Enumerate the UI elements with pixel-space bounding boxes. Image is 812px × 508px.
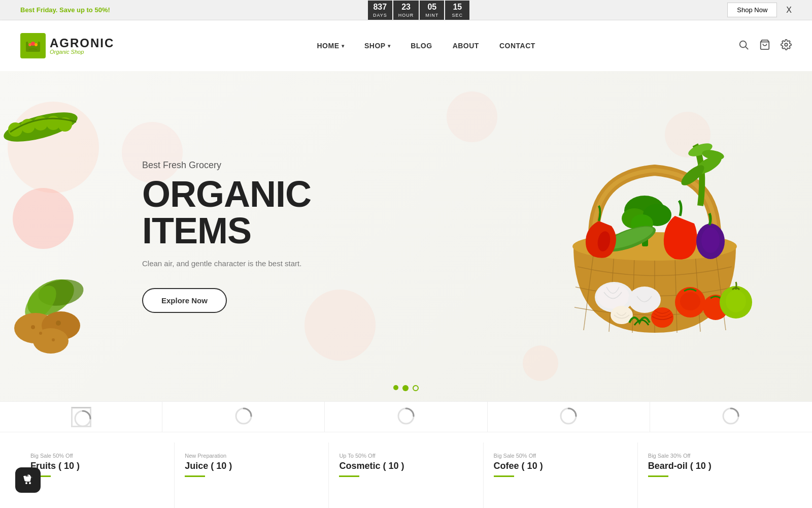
cat-name-juice: Juice ( 10 ) [185, 461, 318, 471]
logo-text: AGRONIC Organic Shop [50, 37, 114, 55]
hero-subtitle: Best Fresh Grocery [142, 160, 355, 171]
cat-name-coffee: Cofee ( 10 ) [494, 461, 627, 471]
timer-secs: 15 SEC [445, 1, 469, 20]
spinner-4 [558, 406, 579, 428]
svg-point-12 [33, 116, 48, 131]
svg-point-4 [35, 43, 38, 46]
hero-peas-image [0, 102, 81, 154]
slide-indicators [393, 385, 419, 391]
timer-mins: 05 MINT [420, 1, 444, 20]
cat-name-cosmetic: Cosmetic ( 10 ) [339, 461, 472, 471]
timer-days: 837 DAYS [368, 1, 392, 20]
cat-sale-label-beard-oil: Big Sale 30% Off [648, 453, 782, 459]
cat-sale-label-cosmetic: Up To 50% Off [339, 453, 472, 459]
hero-section: Best Fresh Grocery ORGANIC ITEMS Clean a… [0, 71, 812, 401]
shop-now-button[interactable]: Shop Now [727, 3, 777, 17]
slide-dot-1[interactable] [393, 385, 398, 390]
chevron-down-icon: ▾ [388, 43, 391, 49]
hero-title: ORGANIC ITEMS [142, 176, 355, 249]
explore-now-button[interactable]: Explore Now [142, 288, 227, 313]
header-actions [738, 39, 792, 53]
timer-hours: 23 HOUR [393, 1, 419, 20]
category-card-juice[interactable]: New Preparation Juice ( 10 ) [175, 442, 329, 508]
svg-point-8 [785, 43, 788, 46]
hero-content: Best Fresh Grocery ORGANIC ITEMS Clean a… [0, 160, 355, 313]
main-nav: HOME ▾ SHOP ▾ BLOG ABOUT CONTACT [317, 42, 535, 50]
settings-icon[interactable] [781, 39, 792, 53]
svg-point-21 [33, 328, 69, 354]
svg-point-56 [726, 290, 746, 312]
site-header: AGRONIC Organic Shop HOME ▾ SHOP ▾ BLOG … [0, 20, 812, 71]
svg-point-22 [31, 325, 35, 329]
svg-point-11 [21, 119, 35, 133]
search-icon[interactable] [738, 39, 749, 53]
shopify-button[interactable] [15, 467, 41, 493]
category-section: Big Sale 50% Off Fruits ( 10 ) New Prepa… [0, 432, 812, 508]
banner-static: Best Friday. [20, 6, 57, 14]
nav-contact[interactable]: CONTACT [499, 42, 535, 50]
cat-img-beard-oil [638, 503, 792, 508]
cart-icon[interactable] [759, 39, 770, 53]
svg-point-59 [29, 482, 31, 484]
svg-point-53 [680, 292, 700, 310]
cat-underline-coffee [494, 475, 514, 477]
cat-img-juice [175, 503, 328, 508]
banner-message: Best Friday. Save up to 50%! [20, 6, 110, 14]
category-card-coffee[interactable]: Big Sale 50% Off Cofee ( 10 ) [484, 442, 638, 508]
banner-highlight: Save up to 50%! [59, 6, 110, 14]
svg-point-25 [52, 338, 55, 341]
svg-point-50 [628, 287, 661, 313]
svg-point-10 [8, 122, 22, 137]
cat-sale-label-fruits: Big Sale 50% Off [30, 453, 164, 459]
svg-point-5 [740, 41, 747, 47]
cat-img-fruits [20, 503, 174, 508]
svg-point-14 [58, 117, 72, 132]
hero-basket-image [528, 97, 782, 376]
svg-point-58 [25, 482, 27, 484]
countdown-timer: 837 DAYS 23 HOUR 05 MINT 15 SEC [368, 1, 470, 20]
svg-point-47 [701, 228, 720, 253]
category-card-cosmetic[interactable]: Up To 50% Off Cosmetic ( 10 ) [329, 442, 483, 508]
nav-blog[interactable]: BLOG [411, 42, 432, 50]
slide-dot-3[interactable] [413, 385, 419, 391]
svg-point-23 [39, 332, 42, 335]
chevron-down-icon: ▾ [342, 43, 345, 49]
cat-underline-beard-oil [648, 475, 668, 477]
svg-point-9 [1, 106, 80, 147]
svg-point-13 [46, 116, 60, 130]
spinner-1 [71, 407, 91, 427]
cat-underline-juice [185, 475, 205, 477]
cat-sale-label-juice: New Preparation [185, 453, 318, 459]
top-banner: Best Friday. Save up to 50%! 837 DAYS 23… [0, 0, 812, 20]
spinner-2 [233, 406, 254, 428]
hero-description: Clean air, and gentle character is the b… [142, 259, 355, 268]
logo[interactable]: AGRONIC Organic Shop [20, 33, 114, 58]
category-card-beard-oil[interactable]: Big Sale 30% Off Beard-oil ( 10 ) [638, 442, 792, 508]
spinner-5 [721, 406, 741, 428]
bg-circle-3 [447, 91, 497, 142]
nav-home[interactable]: HOME ▾ [317, 42, 345, 50]
svg-point-20 [42, 311, 80, 340]
cat-img-cosmetic [329, 503, 483, 508]
spinner-3 [396, 406, 416, 428]
nav-about[interactable]: ABOUT [453, 42, 479, 50]
svg-point-19 [14, 313, 57, 343]
logo-icon [20, 33, 46, 58]
svg-point-24 [56, 321, 61, 326]
cat-name-beard-oil: Beard-oil ( 10 ) [648, 461, 782, 471]
nav-shop[interactable]: SHOP ▾ [364, 42, 390, 50]
svg-point-49 [597, 283, 629, 309]
svg-line-6 [746, 47, 748, 49]
cat-sale-label-coffee: Big Sale 50% Off [494, 453, 627, 459]
close-banner-button[interactable]: X [786, 6, 792, 15]
category-card-fruits[interactable]: Big Sale 50% Off Fruits ( 10 ) [20, 442, 175, 508]
svg-point-3 [31, 42, 35, 46]
cat-name-fruits: Fruits ( 10 ) [30, 461, 164, 471]
cat-underline-cosmetic [339, 475, 359, 477]
slide-dot-2[interactable] [402, 385, 409, 391]
cat-img-coffee [484, 503, 637, 508]
